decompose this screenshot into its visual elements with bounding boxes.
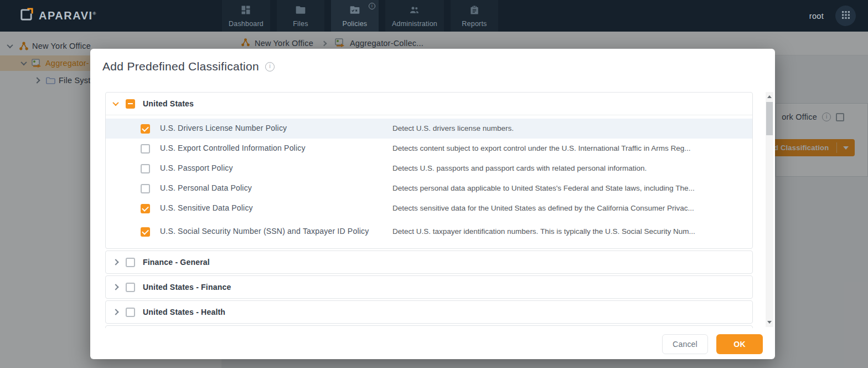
classification-list: United States U.S. Drivers License Numbe… [105, 92, 753, 328]
scrollbar-thumb[interactable] [766, 102, 773, 135]
aparavi-logo-icon [19, 7, 34, 24]
tab-label: Reports [462, 20, 487, 28]
policy-description: Detects content subject to export contro… [392, 144, 742, 154]
apps-menu-button[interactable] [835, 6, 856, 26]
policy-name: U.S. Social Security Number (SSN) and Ta… [160, 226, 384, 237]
group-header[interactable]: United States - Finance [106, 276, 752, 298]
policy-checkbox-unchecked[interactable] [141, 144, 150, 154]
policy-checkbox-checked[interactable] [141, 204, 150, 213]
group-label: United States [143, 99, 194, 108]
policy-row-personal-data[interactable]: U.S. Personal Data Policy Detects person… [106, 178, 752, 198]
group-checkbox-indeterminate[interactable] [126, 99, 135, 109]
policy-row-drivers-license[interactable]: U.S. Drivers License Number Policy Detec… [106, 119, 752, 139]
people-icon [409, 4, 420, 18]
policy-checkbox-unchecked[interactable] [141, 164, 150, 173]
dashboard-grid-icon [240, 4, 251, 18]
policy-description: Detects sensitive data for the United St… [392, 203, 742, 213]
policy-row-sensitive-data[interactable]: U.S. Sensitive Data Policy Detects sensi… [106, 198, 752, 218]
classification-group-us-health: United States - Health [105, 300, 753, 324]
policy-name: U.S. Personal Data Policy [160, 183, 384, 194]
policy-name: U.S. Passport Policy [160, 163, 384, 174]
policy-row-export-controlled[interactable]: U.S. Export Controlled Information Polic… [106, 139, 752, 159]
tab-administration[interactable]: Administration [385, 0, 444, 32]
tab-dashboard[interactable]: Dashboard [222, 0, 270, 32]
policies-folder-icon [349, 4, 360, 18]
group-header[interactable]: Finance - General [106, 251, 752, 273]
tab-label: Administration [392, 20, 437, 28]
ok-button[interactable]: OK [716, 334, 763, 354]
policy-checkbox-unchecked[interactable] [141, 184, 150, 193]
classification-group-finance-general: Finance - General [105, 251, 753, 274]
tab-label: Dashboard [229, 20, 264, 28]
group-checkbox-unchecked[interactable] [126, 308, 135, 317]
policy-name: U.S. Export Controlled Information Polic… [160, 143, 384, 154]
clipboard-icon [469, 4, 480, 18]
scroll-up-arrow[interactable] [767, 95, 772, 98]
primary-nav: Dashboard Files Policies [222, 0, 498, 32]
group-header[interactable]: United States [106, 93, 752, 115]
chevron-right-icon[interactable] [112, 259, 118, 265]
policy-row-ssn-taxpayer[interactable]: U.S. Social Security Number (SSN) and Ta… [106, 218, 752, 245]
chevron-right-icon[interactable] [112, 284, 118, 290]
tab-label: Files [293, 20, 308, 28]
classification-group-us-finance: United States - Finance [105, 275, 753, 299]
tab-label: Policies [343, 20, 368, 28]
group-header[interactable]: United States - Government [106, 326, 752, 328]
policy-name: U.S. Drivers License Number Policy [160, 123, 384, 134]
policy-description: Detect U.S. taxpayer identification numb… [392, 227, 742, 237]
tab-files[interactable]: Files [277, 0, 324, 32]
policy-name: U.S. Sensitive Data Policy [160, 203, 384, 214]
info-icon[interactable] [265, 62, 275, 71]
scroll-down-arrow[interactable] [767, 321, 772, 324]
group-header[interactable]: United States - Health [106, 301, 752, 323]
policy-description: Detects personal data applicable to Unit… [392, 183, 742, 193]
classification-group-us-government: United States - Government [105, 325, 753, 328]
policy-checkbox-checked[interactable] [141, 227, 150, 237]
group-checkbox-unchecked[interactable] [126, 283, 135, 292]
group-checkbox-unchecked[interactable] [126, 258, 135, 267]
user-label[interactable]: root [809, 0, 824, 32]
group-label: Finance - General [143, 258, 210, 267]
policy-checkbox-checked[interactable] [141, 124, 150, 134]
dialog-title: Add Predefined Classification [102, 60, 259, 73]
group-label: United States - Finance [143, 283, 231, 292]
group-label: United States - Health [143, 308, 225, 316]
chevron-down-icon[interactable] [112, 100, 118, 106]
cancel-button[interactable]: Cancel [662, 334, 708, 354]
group-children: U.S. Drivers License Number Policy Detec… [106, 115, 752, 248]
policy-description: Detects U.S. passports and passport card… [392, 163, 742, 173]
classification-group-united-states: United States U.S. Drivers License Numbe… [105, 92, 753, 249]
brand-name: APARAVI® [39, 9, 96, 22]
aparavi-logo[interactable]: APARAVI® [19, 0, 96, 32]
policy-description: Detect U.S. drivers license numbers. [392, 124, 742, 134]
top-navbar: APARAVI® Dashboard Files Policie [0, 0, 868, 32]
tab-policies[interactable]: Policies [331, 0, 379, 32]
chevron-right-icon[interactable] [112, 309, 118, 315]
add-predefined-classification-dialog: Add Predefined Classification United Sta… [90, 49, 775, 359]
apps-grid-icon [841, 11, 850, 22]
registered-mark: ® [93, 11, 96, 16]
modal-scrollbar[interactable] [766, 92, 773, 327]
info-icon[interactable] [369, 3, 375, 9]
tab-reports[interactable]: Reports [451, 0, 498, 32]
folder-icon [295, 4, 306, 18]
policy-row-passport[interactable]: U.S. Passport Policy Detects U.S. passpo… [106, 159, 752, 178]
